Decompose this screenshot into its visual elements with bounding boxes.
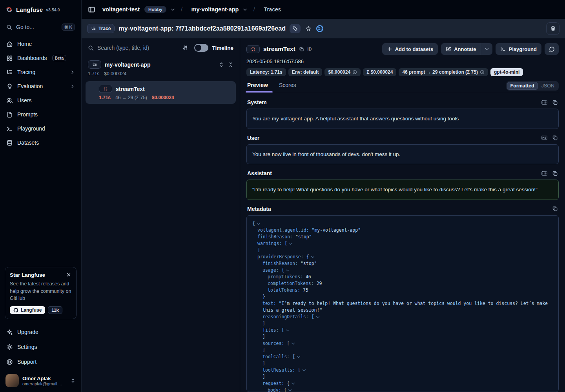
bookmark-button[interactable] (304, 25, 312, 33)
trace-root-name[interactable]: my-voltagent-app (105, 62, 215, 68)
github-star-button[interactable]: Langfuse (10, 306, 45, 314)
public-toggle-button[interactable] (316, 25, 323, 32)
metric-badge: Env: default (288, 68, 323, 76)
users-icon (6, 97, 13, 104)
sidebar-item-playground[interactable]: Playground (0, 122, 81, 136)
sidebar-item-tracing[interactable]: Tracing (0, 65, 81, 79)
generation-icon (251, 47, 256, 52)
user-message: User You are now live in front of thousa… (246, 135, 559, 165)
user-menu[interactable]: Omer Aplak omeraplak@gmail.... (0, 371, 81, 392)
tag-button[interactable] (290, 24, 301, 33)
expand-all-icon[interactable] (219, 62, 224, 67)
annotate-dropdown-button[interactable] (481, 43, 492, 55)
trace-type-badge[interactable]: Trace (87, 24, 115, 33)
sidebar-item-evaluation[interactable]: Evaluation (0, 79, 81, 93)
nav-item-label: Settings (17, 344, 37, 350)
github-star-count: 11k (48, 306, 62, 314)
collapse-toggle-icon[interactable] (316, 315, 320, 318)
beta-badge: Beta (52, 55, 67, 61)
upgrade-icon (6, 329, 13, 336)
copy-icon[interactable] (552, 171, 558, 176)
search-icon (88, 45, 94, 51)
generation-icon (103, 87, 108, 91)
span-name: streamText (116, 86, 145, 92)
chevron-down-icon[interactable] (242, 7, 248, 12)
sidebar-item-support[interactable]: Support (0, 354, 81, 369)
github-icon (13, 308, 18, 313)
collapse-toggle-icon[interactable] (286, 328, 290, 332)
sidebar-item-datasets[interactable]: Datasets (0, 136, 81, 150)
copy-icon[interactable] (299, 47, 304, 52)
breadcrumb-org[interactable]: voltagent-test (102, 6, 140, 13)
section-label: User (247, 135, 541, 141)
nav-item-label: Users (17, 97, 32, 103)
collapse-toggle-icon[interactable] (286, 269, 290, 272)
tracing-icon (6, 69, 13, 76)
copy-icon[interactable] (552, 206, 558, 212)
trace-latency: 1.71s (88, 71, 99, 76)
collapse-toggle-icon[interactable] (292, 382, 295, 385)
tab-preview[interactable]: Preview (246, 82, 269, 92)
trace-tree-panel: Timeline my-voltagent-app 1.71s $0.00002… (82, 38, 240, 392)
chevron-down-icon[interactable] (170, 7, 175, 12)
copy-icon[interactable] (552, 100, 558, 105)
detail-content: System You are my-voltagent-app. A helpf… (246, 93, 559, 392)
goto-search[interactable]: Go to... ⌘ K (0, 19, 81, 35)
sidebar-item-home[interactable]: Home (0, 37, 81, 51)
datasets-icon (6, 140, 13, 146)
collapse-toggle-icon[interactable] (311, 255, 315, 258)
collapse-toggle-icon[interactable] (288, 388, 292, 392)
format-json[interactable]: JSON (538, 82, 558, 90)
app-name: Langfuse (16, 6, 43, 13)
trace-cost: $0.000024 (104, 71, 126, 76)
nav-item-label: Datasets (17, 140, 39, 146)
collapse-toggle-icon[interactable] (303, 368, 306, 372)
info-icon[interactable] (480, 70, 485, 74)
tab-scores[interactable]: Scores (278, 82, 297, 92)
delete-trace-button[interactable] (546, 22, 560, 35)
copy-icon[interactable] (552, 135, 558, 141)
sidebar-item-users[interactable]: Users (0, 93, 81, 107)
collapse-toggle-icon[interactable] (297, 355, 301, 358)
span-tokens: 46 → 29 (Σ 75) (115, 95, 147, 100)
message-content: You are my-voltagent-app. A helpful assi… (246, 109, 559, 129)
markdown-icon[interactable] (541, 171, 547, 176)
timeline-toggle[interactable] (194, 44, 208, 52)
info-icon[interactable] (352, 70, 357, 74)
playground-button[interactable]: Playground (496, 43, 541, 55)
breadcrumb-page[interactable]: Traces (264, 6, 281, 13)
section-label: Metadata (247, 206, 552, 212)
metric-badge: $0.000024 (324, 68, 361, 76)
collapse-toggle-icon[interactable] (257, 222, 261, 225)
terminal-icon (500, 46, 506, 52)
close-icon[interactable] (66, 272, 71, 278)
comments-button[interactable] (545, 43, 559, 55)
breadcrumb-project[interactable]: my-voltagent-app (191, 6, 239, 13)
star-card-title: Star Langfuse (10, 272, 66, 278)
collapse-all-icon[interactable] (228, 62, 233, 67)
sidebar-item-upgrade[interactable]: Upgrade (0, 325, 81, 339)
add-to-datasets-button[interactable]: Add to datasets (382, 43, 438, 55)
filter-icon[interactable] (182, 45, 188, 51)
span-row-streamtext[interactable]: streamText 1.71s 46 → 29 (Σ 75) $0.00002… (86, 81, 236, 104)
collapse-toggle-icon[interactable] (289, 242, 293, 245)
format-formatted[interactable]: Formatted (507, 82, 538, 90)
annotate-button[interactable]: Annotate (441, 43, 481, 55)
markdown-icon[interactable] (541, 135, 547, 141)
sidebar-item-settings[interactable]: Settings (0, 339, 81, 354)
sidebar-toggle-icon[interactable] (88, 6, 95, 13)
tree-search-input[interactable] (97, 45, 179, 51)
chevron-right-icon (70, 84, 75, 89)
sidebar-item-prompts[interactable]: Prompts (0, 107, 81, 122)
goto-shortcut: ⌘ K (62, 24, 75, 31)
assistant-message: Assistant "I’m ready to help! What quest… (246, 170, 559, 200)
metadata-section: Metadata {voltagent.agent.id: "my-voltag… (246, 200, 559, 392)
user-email: omeraplak@gmail.... (22, 381, 67, 386)
star-langfuse-card: Star Langfuse See the latest releases an… (5, 267, 77, 319)
sidebar-item-dashboards[interactable]: Dashboards Beta (0, 51, 81, 65)
markdown-icon[interactable] (541, 100, 547, 105)
app-version: v3.54.0 (46, 7, 60, 12)
collapse-toggle-icon[interactable] (292, 342, 295, 345)
annotate-split-button: Annotate (441, 43, 492, 55)
trace-root-row[interactable]: my-voltagent-app (82, 56, 240, 69)
